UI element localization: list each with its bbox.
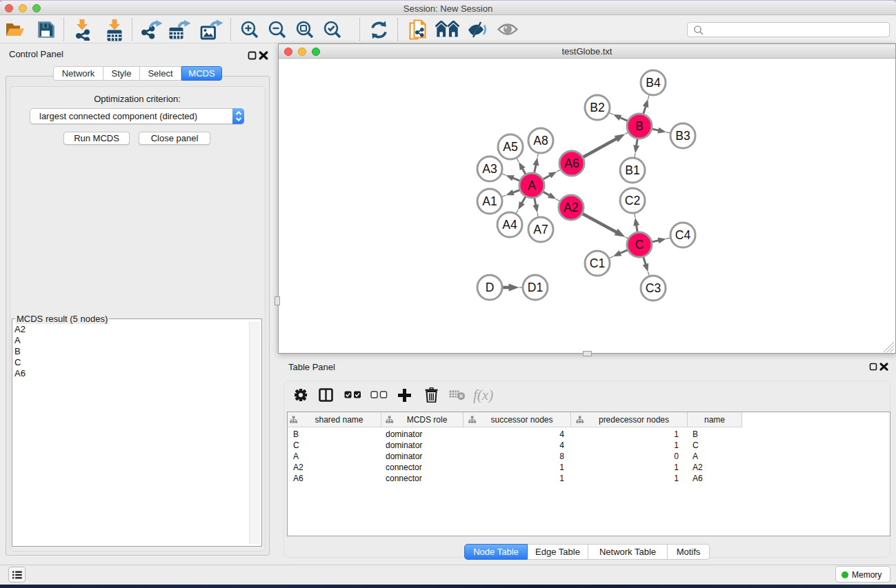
svg-text:A: A [528,179,536,192]
svg-text:A1: A1 [482,194,497,208]
svg-text:D1: D1 [528,281,543,294]
svg-text:B1: B1 [625,163,639,177]
svg-text:A8: A8 [533,134,548,148]
svg-text:C1: C1 [590,256,605,270]
svg-text:A5: A5 [503,140,517,154]
svg-text:A4: A4 [502,218,517,232]
svg-text:A7: A7 [533,223,548,236]
svg-text:C4: C4 [675,228,691,242]
svg-text:B: B [635,119,644,133]
svg-text:B4: B4 [646,76,661,90]
svg-text:B3: B3 [675,129,690,143]
svg-text:A2: A2 [564,201,578,214]
svg-text:C2: C2 [625,194,640,207]
svg-text:A6: A6 [564,156,579,170]
svg-text:C3: C3 [646,281,661,295]
svg-text:D: D [486,281,495,294]
svg-text:A3: A3 [482,162,497,176]
svg-text:B2: B2 [590,101,604,114]
svg-text:C: C [635,238,644,252]
